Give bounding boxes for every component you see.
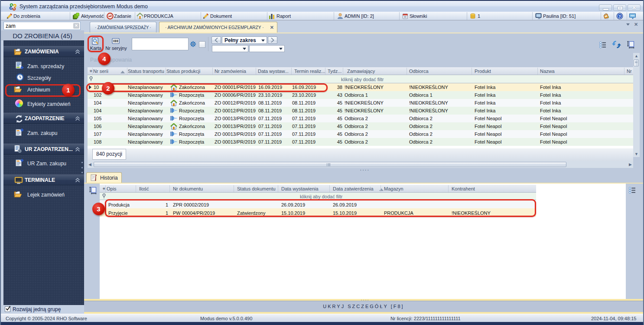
svg-text:?: ?	[618, 14, 621, 19]
